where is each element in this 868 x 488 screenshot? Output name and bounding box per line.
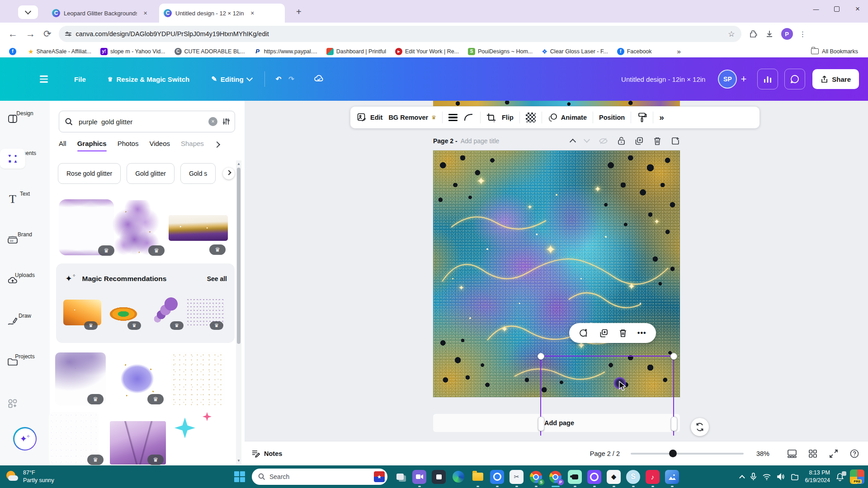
add-page-button[interactable]: + Add page (433, 414, 680, 432)
camera-app-icon[interactable] (568, 470, 582, 484)
edge-browser-icon[interactable] (451, 470, 465, 484)
bookmark-clear-gloss[interactable]: ❖Clear Gloss Laser - F... (542, 48, 608, 55)
move-page-down-icon[interactable] (584, 136, 590, 143)
bookmark-yahoo[interactable]: y!slope m - Yahoo Vid... (100, 48, 165, 55)
chrome-profile-p-icon[interactable]: P (548, 470, 562, 484)
share-button[interactable]: Share (812, 69, 859, 89)
tab-videos[interactable]: Videos (149, 140, 170, 151)
flip-button[interactable]: Flip (502, 114, 514, 121)
add-member-button[interactable]: + (741, 73, 746, 85)
snipping-tool-icon[interactable]: ✂ (509, 470, 524, 484)
reload-icon[interactable]: ⟳ (43, 28, 52, 39)
microphone-icon[interactable] (750, 473, 757, 481)
delete-page-icon[interactable] (653, 136, 661, 145)
selection-corner-handle[interactable] (538, 353, 544, 360)
transparency-icon[interactable] (526, 113, 536, 122)
panel-scrollbar[interactable]: ▲ ▼ (236, 160, 241, 464)
crop-icon[interactable] (486, 113, 496, 122)
bookmark-edit-your-work[interactable]: ▸Edit Your Work | Re... (395, 48, 459, 55)
search-result-thumbnail[interactable] (169, 215, 228, 241)
tab-all[interactable]: All (59, 140, 66, 151)
blue-app-icon[interactable] (490, 470, 504, 484)
bookmark-facebook[interactable]: f (9, 48, 19, 55)
bg-remover-button[interactable]: BG Remover ♛ (388, 114, 436, 121)
bookmarks-overflow-icon[interactable]: » (677, 47, 681, 55)
bookmark-star-icon[interactable]: ☆ (728, 29, 735, 39)
taskbar-search[interactable]: Search ★ (252, 469, 387, 485)
editing-mode-dropdown[interactable]: ✎Editing (211, 75, 251, 83)
search-result-thumbnail[interactable] (171, 412, 225, 464)
tray-expand-icon[interactable] (740, 475, 745, 481)
wifi-icon[interactable] (763, 474, 771, 480)
notifications-bell[interactable] (836, 473, 844, 481)
see-all-link[interactable]: See all (207, 275, 227, 282)
add-page-icon[interactable] (671, 136, 680, 145)
start-button[interactable] (232, 470, 246, 484)
scroll-up-icon[interactable]: ▲ (237, 162, 241, 166)
rotate-page-button[interactable] (691, 418, 709, 436)
duplicate-icon[interactable] (599, 328, 609, 338)
tiktok-icon[interactable]: ♪ (646, 470, 660, 484)
all-bookmarks-button[interactable]: All Bookmarks (811, 48, 858, 55)
page-1-bottom-edge[interactable] (433, 101, 680, 106)
extensions-icon[interactable] (749, 29, 758, 38)
search-filters-icon[interactable] (223, 118, 229, 125)
tab-graphics[interactable]: Graphics (77, 140, 107, 151)
address-bar[interactable]: canva.com/design/DAGlob9YDPU/PrSlpJ0m4y1… (59, 26, 741, 42)
sidebar-item-uploads[interactable]: Uploads (0, 271, 50, 278)
hide-page-icon[interactable] (599, 137, 608, 145)
lock-icon[interactable] (618, 136, 625, 145)
resize-magic-switch-button[interactable]: ♛Resize & Magic Switch (108, 75, 189, 83)
animate-button[interactable]: Animate (548, 113, 587, 122)
file-explorer-icon[interactable] (471, 470, 485, 484)
fullscreen-icon[interactable] (827, 449, 840, 458)
maximize-icon[interactable] (826, 0, 847, 18)
new-tab-button[interactable]: + (296, 7, 302, 16)
browser-profile-avatar[interactable]: P (781, 28, 793, 40)
bookmark-facebook-2[interactable]: fFacebook (617, 48, 652, 55)
sidebar-item-text[interactable]: T Text (0, 189, 50, 197)
browser-tab-untitled-design[interactable]: C Untitled design - 12 × 12in × (159, 4, 285, 23)
back-icon[interactable]: ← (8, 28, 18, 39)
bookmark-shareasale[interactable]: ★ShareASale - Affiliat... (28, 48, 91, 55)
silhouette-studio-icon[interactable]: S (626, 470, 640, 484)
pre-app-icon[interactable]: PRE (850, 469, 864, 484)
adjust-lines-icon[interactable] (448, 113, 458, 123)
tabs-scroll-right-icon[interactable] (214, 141, 220, 148)
clear-search-icon[interactable]: × (208, 117, 217, 126)
selection-side-handle[interactable] (671, 417, 677, 431)
video-app-icon[interactable] (412, 470, 426, 484)
delete-icon[interactable] (619, 328, 627, 338)
taskbar-clock[interactable]: 8:13 PM6/19/2024 (805, 469, 830, 484)
zoom-slider-knob[interactable] (669, 450, 677, 457)
search-box[interactable]: × (59, 111, 235, 132)
bookmark-cute-adorable[interactable]: CCUTE ADORABLE BL... (175, 48, 245, 55)
canvas-page-2-artwork[interactable]: ✦ ✦ ✦ ✦ ✦ ✦ ✦ ✦ ✦ (433, 150, 680, 397)
sidebar-item-brand[interactable]: co Brand (0, 230, 50, 238)
main-menu-button[interactable] (40, 75, 48, 82)
notes-button[interactable]: Notes (251, 449, 282, 458)
speaker-icon[interactable] (777, 473, 785, 480)
bookmark-paypal[interactable]: Phttps://www.paypal.... (254, 48, 317, 55)
task-view-icon[interactable] (393, 470, 407, 484)
bookmark-printful[interactable]: Dashboard | Printful (326, 48, 386, 55)
edit-button[interactable]: Edit (357, 113, 382, 122)
tab-shapes[interactable]: Shapes (181, 140, 204, 151)
help-icon[interactable] (848, 449, 861, 459)
page-title-placeholder[interactable]: Add page title (461, 137, 500, 145)
curve-icon[interactable] (463, 113, 474, 122)
purple-o-app-icon[interactable] (587, 470, 601, 484)
sidebar-item-draw[interactable]: Draw (0, 311, 50, 319)
downloads-icon[interactable] (765, 29, 774, 38)
document-title[interactable]: Untitled design - 12in × 12in (621, 75, 705, 83)
store-app-icon[interactable] (432, 470, 446, 484)
selection-corner-handle[interactable] (670, 353, 677, 360)
file-menu[interactable]: File (74, 75, 86, 83)
bookmark-pouidesigns[interactable]: SPouiDesigns ~ Hom... (468, 48, 533, 55)
duplicate-page-icon[interactable] (635, 136, 644, 145)
chrome-profile-s-icon[interactable]: S (529, 470, 543, 484)
sidebar-item-design[interactable]: Design (0, 109, 50, 117)
inkscape-icon[interactable]: ◆ (607, 470, 621, 484)
pages-view-icon[interactable] (807, 449, 819, 458)
onedrive-folder-icon[interactable] (791, 474, 799, 480)
